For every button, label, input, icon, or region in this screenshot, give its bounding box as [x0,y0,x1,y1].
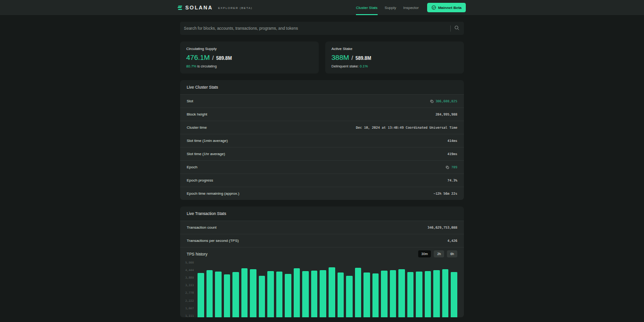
tps-bar [250,269,256,317]
tps-bar [215,272,222,317]
nav-link-supply[interactable]: Supply [385,0,396,15]
tps-bar [390,270,396,317]
check-circle-icon [431,5,436,10]
live-cluster-stats-section: Live Cluster Stats Slot306,608,825Block … [180,80,464,200]
stat-label: Epoch [187,165,198,169]
stat-row-slot-time-1hr-average: Slot time (1hr average)419ms [180,147,464,160]
range-button-2h[interactable]: 2h [434,250,444,257]
circulating-supply-card: Circulating Supply 476.1M / 589.8M 80.7%… [180,41,319,74]
search-button[interactable] [454,25,460,32]
stat-row-transactions-per-second-tps: Transactions per second (TPS)4,426 [180,234,464,247]
tps-bar [433,270,440,317]
tps-range-buttons: 30m2h6h [418,250,457,257]
stat-label: Cluster time [187,125,207,130]
value-divider: / [212,55,214,61]
tps-bar [407,272,414,317]
chart-y-axis: 5,0004,4443,8893,3332,7782,2221,6671,111 [180,260,194,317]
stat-value: 346,629,753,088 [428,226,457,230]
stat-value-text: 419ms [447,152,457,156]
stat-value: Dec 10, 2024 at 13:48:49 Coordinated Uni… [356,126,457,130]
tps-history-row: TPS history 30m2h6h [180,247,464,260]
navbar-inner: SOLANA EXPLORER (BETA) Cluster StatsSupp… [178,0,466,15]
tps-bar [206,270,213,317]
stat-label: Slot time (1min average) [187,139,228,143]
tps-bar [302,271,309,317]
tps-bar [285,274,291,317]
stat-label: Epoch time remaining (approx.) [187,191,239,196]
tps-bar [425,271,431,317]
stat-value-text: 4,426 [447,239,457,243]
stat-row-transaction-count: Transaction count346,629,753,088 [180,221,464,234]
stat-label: Epoch progress [187,178,213,182]
nav-link-cluster-stats[interactable]: Cluster Stats [356,0,378,15]
card-value-line: 476.1M / 589.8M [186,53,313,61]
y-axis-tick: 1,111 [180,314,194,317]
tps-bar [442,269,449,317]
stat-value: 74.3% [447,179,457,182]
tps-bar [398,269,405,317]
range-button-30m[interactable]: 30m [418,250,431,257]
stat-value: 709 [446,165,457,169]
y-axis-tick: 1,667 [180,306,194,310]
tps-bar [363,272,370,317]
solana-logo-icon [178,6,182,10]
tps-bar [232,272,239,317]
network-button[interactable]: Mainnet Beta [427,3,466,12]
search-icon [454,25,460,32]
transaction-stats-rows: Transaction count346,629,753,088Transact… [180,221,464,247]
y-axis-tick: 3,333 [180,283,194,287]
value-divider: / [352,55,353,61]
active-stake-value: 388M [331,53,349,61]
total-supply-value: 589.8M [216,56,231,61]
stat-value-text[interactable]: 709 [451,165,457,169]
tps-bar [241,268,248,317]
card-title: Circulating Supply [186,47,313,51]
stat-row-slot: Slot306,608,825 [180,94,464,107]
stat-row-epoch-progress: Epoch progress74.3% [180,173,464,187]
range-button-6h[interactable]: 6h [447,250,457,257]
stat-label: Slot time (1hr average) [187,152,225,156]
tps-bar [355,268,362,317]
cluster-stats-rows: Slot306,608,825Block height284,995,988Cl… [180,94,464,200]
section-title: Live Cluster Stats [180,80,464,94]
search-input[interactable] [184,26,446,31]
stat-value-text: 346,629,753,088 [428,226,457,230]
stat-value-text: 284,995,988 [436,113,457,116]
stat-row-epoch: Epoch709 [180,160,464,173]
y-axis-tick: 3,889 [180,276,194,279]
total-stake-value: 589.8M [355,56,371,61]
stat-row-cluster-time: Cluster timeDec 10, 2024 at 13:48:49 Coo… [180,121,464,134]
nav-right: Cluster StatsSupplyInspector Mainnet Bet… [356,0,466,15]
nav-links: Cluster StatsSupplyInspector [356,0,419,15]
stat-value-text: 414ms [447,139,457,143]
brand-home-link[interactable]: SOLANA EXPLORER (BETA) [178,5,253,10]
stat-label: Slot [187,99,193,103]
tps-history-label: TPS history [187,252,207,256]
network-button-label: Mainnet Beta [438,6,462,10]
stat-label: Block height [187,112,207,116]
tps-bar [381,271,388,317]
stat-row-slot-time-1min-average: Slot time (1min average)414ms [180,134,464,147]
delinquent-stake-value: 0.1% [360,64,368,68]
tps-bar [276,272,283,317]
copy-icon[interactable] [446,165,449,169]
tps-history-chart: 5,0004,4443,8893,3332,7782,2221,6671,111 [180,260,464,317]
copy-icon[interactable] [430,99,434,103]
stat-value: 419ms [447,152,457,156]
tps-bar [294,268,300,317]
card-subtext: Delinquent stake: 0.1% [331,64,458,68]
nav-link-inspector[interactable]: Inspector [403,0,419,15]
tps-bar [224,274,231,317]
stat-value-text[interactable]: 306,608,825 [436,99,457,103]
tps-bar [198,273,204,317]
tps-bar [311,271,318,317]
stat-row-epoch-time-remaining-approx: Epoch time remaining (approx.)~12h 56m 2… [180,187,464,200]
tps-bar [451,272,457,317]
circulating-percent: 80.7% [186,64,196,68]
card-subtext: 80.7% is circulating [186,64,313,68]
delinquent-stake-label: Delinquent stake: [331,64,360,68]
stat-row-block-height: Block height284,995,988 [180,107,464,121]
live-transaction-stats-section: Live Transaction Stats Transaction count… [180,206,464,317]
main-content: Circulating Supply 476.1M / 589.8M 80.7%… [180,22,464,317]
stat-value: 284,995,988 [436,113,457,116]
